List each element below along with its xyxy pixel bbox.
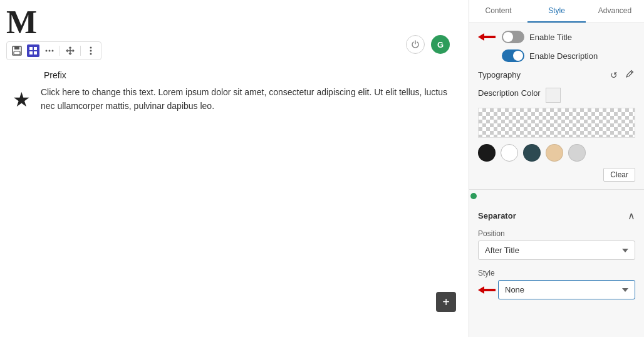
tab-content[interactable]: Content (469, 0, 527, 23)
toolbar (6, 41, 101, 60)
svg-rect-1 (14, 46, 19, 49)
svg-point-10 (90, 47, 92, 49)
star-icon: ★ (13, 88, 31, 111)
add-button[interactable]: + (436, 292, 456, 312)
svg-rect-5 (29, 51, 33, 54)
svg-marker-13 (478, 33, 496, 41)
enable-description-row: Enable Description (478, 49, 635, 62)
typography-actions: ↺ (609, 68, 635, 81)
prefix-label: Prefix (44, 70, 462, 80)
color-swatches (478, 144, 635, 162)
green-dot-row (469, 190, 644, 202)
more-icon[interactable] (85, 44, 97, 57)
swatch-peach[interactable] (546, 144, 563, 162)
typography-label: Typography (478, 70, 521, 80)
arrow-enable-title (478, 31, 496, 43)
position-select[interactable]: After Title After Description None (478, 241, 635, 260)
enable-title-section: Enable Title Enable Description Typograp… (469, 23, 644, 190)
svg-point-9 (52, 50, 54, 52)
tab-style[interactable]: Style (527, 0, 586, 23)
swatch-white[interactable] (501, 144, 518, 162)
svg-point-12 (90, 53, 92, 55)
typography-reset-btn[interactable]: ↺ (609, 69, 619, 81)
typography-row: Typography ↺ (478, 68, 635, 81)
swatch-dark-teal[interactable] (523, 144, 541, 162)
description-color-row: Description Color (478, 88, 635, 103)
style-select[interactable]: None Solid Dashed Dotted (498, 280, 635, 299)
description-text[interactable]: Click here to change this text. Lorem ip… (41, 85, 462, 113)
separator-section: Separator ∧ Position After Title After D… (469, 202, 644, 307)
checker-board[interactable] (478, 108, 635, 138)
big-letter: M (6, 6, 462, 39)
toolbar-divider-2 (80, 46, 81, 56)
swatch-light-gray[interactable] (568, 144, 586, 162)
separator-title: Separator (478, 211, 516, 220)
separator-header: Separator ∧ (478, 210, 635, 222)
typography-edit-btn[interactable] (624, 68, 635, 81)
description-color-label: Description Color (478, 88, 541, 98)
position-label: Position (478, 229, 635, 238)
grammarly-icon[interactable]: G (431, 35, 450, 54)
color-preview-box[interactable] (546, 88, 561, 103)
chevron-up-icon[interactable]: ∧ (628, 210, 635, 222)
svg-rect-6 (34, 51, 37, 54)
svg-point-8 (49, 50, 51, 52)
right-panel: Content Style Advanced Enable Title (469, 0, 644, 337)
svg-point-7 (46, 50, 48, 52)
arrows-icon[interactable] (64, 44, 76, 57)
style-arrow-row: None Solid Dashed Dotted (478, 280, 635, 299)
grid-icon[interactable] (27, 44, 39, 57)
toolbar-divider (60, 46, 60, 56)
save-icon[interactable] (11, 44, 23, 57)
enable-title-toggle[interactable] (502, 31, 524, 43)
power-icon[interactable] (406, 35, 425, 54)
green-dot (470, 193, 477, 199)
arrow-style (478, 284, 496, 296)
swatch-black[interactable] (478, 144, 496, 162)
enable-description-toggle[interactable] (502, 49, 524, 62)
svg-rect-4 (34, 47, 37, 50)
clear-button[interactable]: Clear (603, 168, 635, 182)
content-row: ★ Click here to change this text. Lorem … (13, 85, 462, 113)
tab-advanced[interactable]: Advanced (586, 0, 644, 23)
dots-icon[interactable] (43, 44, 56, 57)
left-panel: M (0, 0, 469, 337)
svg-rect-3 (29, 47, 33, 50)
svg-marker-14 (478, 286, 496, 294)
style-label: Style (478, 269, 635, 277)
enable-title-row: Enable Title (478, 31, 635, 43)
enable-description-label: Enable Description (529, 51, 598, 61)
svg-rect-2 (14, 51, 20, 54)
svg-point-11 (90, 50, 92, 52)
enable-title-label: Enable Title (529, 33, 572, 42)
tab-bar: Content Style Advanced (469, 0, 644, 23)
